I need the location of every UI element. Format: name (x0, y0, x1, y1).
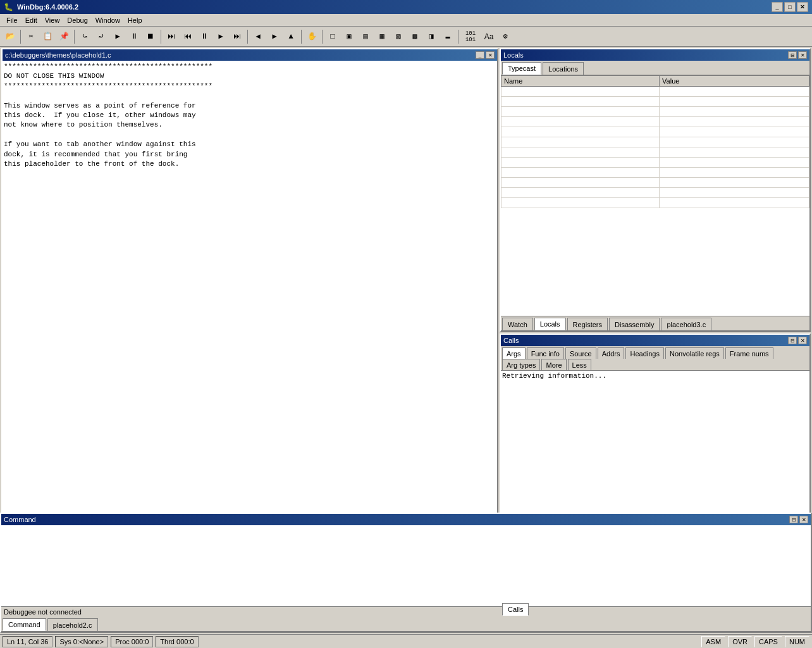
toolbar: 📂 ✂ 📋 📌 ⤿ ⤾ ▶ ⏸ ⏹ ⏭ ⏮ ⏸ ▶ ⏭ ◀ ▶ ▲ ✋ □ ▣ … (0, 27, 812, 47)
calls-tab-addrs[interactable]: Addrs (598, 347, 625, 359)
toolbar-hex-btn[interactable]: 101101 (461, 29, 480, 44)
source-window-controls: _ ✕ (476, 51, 495, 59)
tab-watch[interactable]: Watch (502, 318, 533, 330)
toolbar-btn-9[interactable]: ⏮ (180, 29, 195, 44)
app-icon: 🐛 (4, 3, 13, 11)
tab-placehold2[interactable]: placehold2.c (47, 618, 98, 631)
calls-tab-source[interactable]: Source (565, 347, 596, 359)
locals-close-btn[interactable]: ✕ (798, 51, 807, 59)
toolbar-btn-3[interactable]: ⤿ (77, 29, 92, 44)
menu-file[interactable]: File (3, 15, 22, 25)
calls-tab-framenums[interactable]: Frame nums (725, 347, 773, 359)
status-asm: ASM (701, 636, 725, 647)
toolbar-btn-15[interactable]: ▲ (283, 29, 298, 44)
toolbar-btn-21[interactable]: ▩ (407, 29, 422, 44)
command-minimize-btn[interactable]: ⊟ (789, 516, 798, 523)
calls-window-controls: ⊟ ✕ (788, 337, 807, 344)
menu-debug[interactable]: Debug (63, 15, 91, 25)
toolbar-btn-16[interactable]: □ (325, 29, 340, 44)
command-titlebar: Command ⊟ ✕ (1, 514, 811, 525)
toolbar-btn-7[interactable]: ⏹ (143, 29, 158, 44)
locals-table: Name Value (501, 75, 809, 208)
toolbar-btn-8[interactable]: ⏭ (164, 29, 179, 44)
calls-tab-argtypes[interactable]: Arg types (502, 359, 540, 370)
menu-bar: File Edit View Debug Window Help (0, 14, 812, 27)
tab-typecast[interactable]: Typecast (502, 62, 541, 75)
command-content[interactable] (1, 525, 811, 606)
calls-tab-headings[interactable]: Headings (625, 347, 663, 359)
calls-window-title: Calls (503, 337, 519, 344)
source-close-btn[interactable]: ✕ (486, 51, 495, 59)
toolbar-btn-20[interactable]: ▧ (391, 29, 406, 44)
menu-edit[interactable]: Edit (22, 15, 41, 25)
status-thrd: Thrd 000:0 (156, 636, 198, 647)
source-minimize-btn[interactable]: _ (476, 51, 484, 59)
table-row (501, 178, 809, 188)
status-position: Ln 11, Col 36 (3, 636, 52, 647)
source-window-titlebar: c:\debuggers\themes\placehold1.c _ ✕ (3, 49, 497, 61)
toolbar-btn-13[interactable]: ◀ (250, 29, 266, 44)
calls-tab-strip: Args Func info Source Addrs Headings Non… (501, 346, 809, 371)
menu-help[interactable]: Help (124, 15, 146, 25)
table-row (501, 87, 809, 97)
title-bar-controls: _ □ ✕ (772, 2, 808, 12)
calls-minimize-btn[interactable]: ⊟ (788, 337, 797, 344)
tab-disassembly[interactable]: Disassembly (609, 318, 660, 330)
toolbar-sep-1 (20, 30, 21, 44)
tab-command[interactable]: Command (3, 618, 46, 631)
maximize-button[interactable]: □ (784, 2, 796, 12)
toolbar-btn-14[interactable]: ▶ (267, 29, 282, 44)
tab-calls[interactable]: Calls (502, 603, 529, 616)
toolbar-btn-4[interactable]: ⤾ (94, 29, 109, 44)
calls-tab-funcinfo[interactable]: Func info (527, 347, 564, 359)
calls-tab-more[interactable]: More (541, 359, 566, 370)
toolbar-btn-22[interactable]: ◨ (424, 29, 439, 44)
tab-locations[interactable]: Locations (543, 62, 584, 75)
toolbar-font-btn[interactable]: Aa (481, 29, 496, 44)
title-bar-title: 🐛 WinDbg:6.4.0006.2 (4, 3, 78, 11)
toolbar-paste-btn[interactable]: 📌 (56, 29, 71, 44)
tab-registers[interactable]: Registers (567, 318, 608, 330)
toolbar-sep-6 (322, 30, 323, 44)
toolbar-sep-5 (301, 30, 302, 44)
toolbar-cut-btn[interactable]: ✂ (23, 29, 39, 44)
minimize-button[interactable]: _ (772, 2, 783, 12)
toolbar-btn-17[interactable]: ▣ (341, 29, 357, 44)
toolbar-btn-18[interactable]: ▤ (358, 29, 373, 44)
tab-placehold3[interactable]: placehold3.c (661, 318, 711, 330)
toolbar-btn-10[interactable]: ⏸ (197, 29, 212, 44)
toolbar-copy-btn[interactable]: 📋 (40, 29, 55, 44)
col-value: Value (660, 76, 809, 87)
calls-tab-less[interactable]: Less (568, 359, 591, 370)
calls-tab-args[interactable]: Args (502, 347, 526, 359)
toolbar-btn-23[interactable]: ▬ (440, 29, 455, 44)
calls-close-btn[interactable]: ✕ (798, 337, 807, 344)
tab-locals[interactable]: Locals (534, 318, 566, 330)
locals-window-titlebar: Locals ⊟ ✕ (501, 49, 809, 61)
table-row (501, 168, 809, 178)
toolbar-open-btn[interactable]: 📂 (3, 29, 18, 44)
table-row (501, 127, 809, 137)
title-bar: 🐛 WinDbg:6.4.0006.2 _ □ ✕ (0, 0, 812, 14)
table-row (501, 117, 809, 127)
calls-tab-nonvolatile[interactable]: Nonvolatile regs (665, 347, 724, 359)
toolbar-sep-7 (458, 30, 458, 44)
source-text: ****************************************… (4, 62, 496, 169)
table-row (501, 198, 809, 208)
locals-bottom-tab-bar: Watch Locals Registers Disassembly place… (501, 316, 809, 331)
menu-window[interactable]: Window (92, 15, 124, 25)
table-row (501, 158, 809, 168)
command-controls: ⊟ ✕ (789, 516, 808, 523)
toolbar-hand-btn[interactable]: ✋ (304, 29, 319, 44)
toolbar-btn-11[interactable]: ▶ (213, 29, 228, 44)
toolbar-btn-19[interactable]: ▦ (374, 29, 390, 44)
toolbar-btn-6[interactable]: ⏸ (126, 29, 142, 44)
col-name: Name (501, 76, 660, 87)
menu-view[interactable]: View (41, 15, 64, 25)
close-button[interactable]: ✕ (797, 2, 808, 12)
toolbar-btn-5[interactable]: ▶ (110, 29, 125, 44)
toolbar-settings-btn[interactable]: ⚙ (498, 29, 513, 44)
locals-minimize-btn[interactable]: ⊟ (788, 51, 797, 59)
toolbar-btn-12[interactable]: ⏭ (230, 29, 245, 44)
command-close-btn[interactable]: ✕ (799, 516, 808, 523)
